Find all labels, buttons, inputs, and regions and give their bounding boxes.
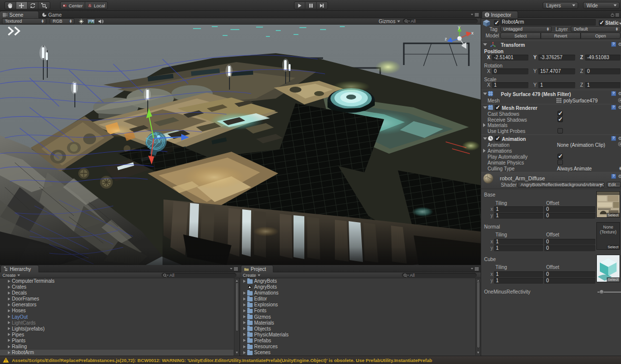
tab-game[interactable]: Game (39, 11, 67, 18)
foldout-arrow-icon[interactable] (243, 280, 246, 283)
rotate-tool-button[interactable] (28, 2, 39, 9)
hierarchy-item[interactable]: Lights(prefabs) (0, 326, 233, 332)
foldout-arrow-icon[interactable] (243, 298, 246, 300)
status-bar[interactable]: Assets/Scripts/Editor/ReplacePrefabInsta… (0, 356, 621, 364)
material-preview-sphere[interactable] (483, 173, 493, 184)
model-open-button[interactable]: Open (581, 33, 621, 39)
scroll-up-arrow[interactable] (236, 280, 238, 282)
cube-tiling-y-field[interactable]: 1 (494, 278, 543, 284)
scroll-down-arrow[interactable] (236, 352, 238, 354)
scene-lighting-toggle[interactable] (78, 19, 84, 24)
animation-object-picker[interactable] (618, 142, 621, 146)
pause-button[interactable] (305, 2, 316, 9)
project-item[interactable]: Scenes (240, 350, 475, 356)
hierarchy-item[interactable]: LightCards (0, 320, 233, 326)
mesh-value[interactable]: polySurface479 (563, 98, 598, 104)
scale-x-field[interactable]: 1 (492, 82, 528, 88)
scale-tool-button[interactable] (38, 2, 50, 9)
move-tool-button[interactable] (16, 2, 28, 9)
culling-type-arrows[interactable]: ▲▼ (619, 166, 621, 170)
transform-title[interactable]: Transform (501, 42, 525, 48)
foldout-arrow-icon[interactable] (243, 345, 246, 348)
foldout-arrow-icon[interactable] (8, 315, 10, 318)
foldout-arrow-icon[interactable] (8, 321, 10, 324)
project-item[interactable]: Fonts (240, 308, 475, 314)
transform-help-icon[interactable] (611, 42, 616, 47)
materials-foldout[interactable] (483, 123, 486, 127)
tab-hierarchy[interactable]: Hierarchy (1, 265, 38, 272)
hierarchy-item[interactable]: Decals (0, 290, 233, 296)
foldout-arrow-icon[interactable] (243, 333, 246, 336)
project-item[interactable]: PhysicMaterials (240, 332, 475, 338)
meshfilter-foldout[interactable] (483, 93, 487, 95)
project-item[interactable]: Resources (240, 344, 475, 350)
play-button[interactable] (294, 2, 305, 9)
normal-tiling-y-field[interactable]: 1 (494, 245, 543, 251)
static-dropdown-arrow[interactable] (619, 23, 621, 25)
meshrenderer-help-icon[interactable] (611, 105, 616, 110)
material-help-icon[interactable] (611, 174, 616, 179)
base-offset-y-field[interactable]: 0 (544, 213, 595, 219)
hierarchy-item[interactable]: Railing (0, 344, 233, 350)
shader-dropdown[interactable]: AngryBots/ReflectiveBackgroundArbitraryG (518, 182, 604, 188)
rotation-z-field[interactable]: 0 (585, 68, 621, 74)
meshfilter-title[interactable]: Poly Surface 479 (Mesh Filter) (501, 92, 571, 98)
layout-dropdown[interactable]: Wide (583, 2, 620, 9)
project-item[interactable]: Animations (240, 290, 475, 296)
render-mode-dropdown[interactable]: RGB ▲▼ (50, 18, 74, 24)
meshrenderer-gear-icon[interactable]: ⚙ (618, 105, 621, 110)
foldout-arrow-icon[interactable] (8, 309, 10, 312)
mesh-object-picker[interactable] (618, 98, 621, 102)
animation-title[interactable]: Animation (502, 136, 526, 142)
project-item[interactable]: Explosions (240, 302, 475, 308)
meshfilter-help-icon[interactable] (611, 91, 616, 96)
project-item[interactable]: Editor (240, 296, 475, 302)
material-gear-icon[interactable]: ⚙ (618, 174, 621, 179)
animation-gear-icon[interactable]: ⚙ (618, 136, 621, 141)
scrollbar-thumb[interactable] (477, 281, 480, 348)
normal-texture-thumbnail[interactable]: None(Texture) Select (596, 222, 620, 250)
layers-dropdown[interactable]: Layers (543, 2, 578, 9)
project-scrollbar[interactable] (475, 278, 481, 355)
foldout-arrow-icon[interactable] (8, 292, 10, 295)
cube-tiling-x-field[interactable]: 1 (494, 271, 543, 277)
foldout-arrow-icon[interactable] (8, 303, 10, 306)
meshfilter-gear-icon[interactable]: ⚙ (618, 91, 621, 96)
tab-scene[interactable]: Scene (0, 11, 38, 18)
handle-rotation-button[interactable]: Local (85, 2, 107, 9)
position-x-field[interactable]: -2.51401 (492, 55, 528, 61)
model-revert-button[interactable]: Revert (541, 33, 581, 39)
foldout-arrow-icon[interactable] (8, 286, 10, 289)
material-name[interactable]: robot_Arm_Diffuse (500, 175, 545, 181)
scene-viewport[interactable]: y x z (0, 25, 481, 265)
step-button[interactable] (317, 2, 327, 9)
rotation-x-field[interactable]: 0 (492, 68, 528, 74)
transform-foldout[interactable] (483, 43, 487, 46)
scrollbar-thumb[interactable] (235, 282, 239, 331)
foldout-arrow-icon[interactable] (243, 309, 246, 312)
hierarchy-item[interactable]: Pipes (0, 332, 233, 338)
foldout-arrow-icon[interactable] (243, 315, 246, 318)
project-item[interactable]: Objects (240, 326, 475, 332)
scale-y-field[interactable]: 1 (538, 82, 575, 88)
hierarchy-item[interactable]: ComputerTerminals (0, 278, 233, 284)
project-item[interactable]: Gizmos (240, 314, 475, 320)
animation-clip-value[interactable]: None (Animation Clip) (557, 142, 605, 148)
hierarchy-item[interactable]: Generators (0, 302, 233, 308)
scene-panel-menu-icon[interactable] (470, 13, 479, 17)
base-select-label[interactable]: Select (607, 213, 620, 217)
hierarchy-item[interactable]: Crates (0, 284, 233, 290)
scene-skybox-toggle[interactable] (87, 18, 96, 24)
hierarchy-scrollbar[interactable] (234, 278, 239, 355)
tab-inspector[interactable]: Inspector (482, 11, 518, 18)
hierarchy-item[interactable]: Plants (0, 338, 233, 344)
animations-foldout[interactable] (483, 149, 486, 153)
base-tiling-y-field[interactable]: 1 (494, 213, 543, 219)
play-automatically-checkbox[interactable] (557, 154, 563, 159)
shader-edit-button[interactable]: Edit... (607, 182, 621, 188)
project-panel-menu-icon[interactable] (470, 267, 479, 271)
animation-foldout[interactable] (483, 137, 487, 140)
hierarchy-item[interactable]: Hoses (0, 308, 233, 314)
foldout-arrow-icon[interactable] (8, 333, 10, 336)
meshrenderer-enabled-checkbox[interactable] (495, 105, 500, 110)
